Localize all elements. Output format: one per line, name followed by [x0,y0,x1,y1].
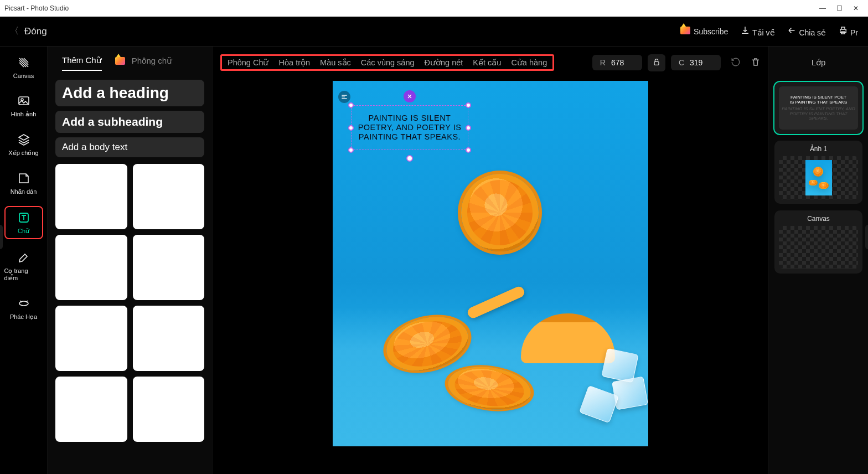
layer-image-1[interactable]: Ảnh 1 [774,141,862,204]
text-template[interactable] [55,164,127,229]
text-move-handle[interactable] [404,90,416,102]
rail-image[interactable]: Hình ảnh [4,90,43,121]
rail-canvas[interactable]: Canvas [4,52,43,83]
resize-handle-nw[interactable] [348,102,354,108]
brush-icon [17,250,31,265]
panel-collapse-handle[interactable] [865,225,868,249]
canvas-ice-cube [612,376,648,410]
app-topbar: 〈 Đóng Subscribe Tải về Chia sẻ Pr [0,17,868,47]
canvas-stage[interactable]: PAINTING IS SILENT POETRY, AND POETRY IS… [213,79,768,474]
text-template[interactable] [133,235,205,300]
resize-handle-e[interactable] [466,125,471,131]
svg-rect-6 [654,61,659,65]
layer-text[interactable]: PAINTING IS SILENT POET IS PAINTING THAT… [774,82,862,134]
canvas-text-content: PAINTING IS SILENT POETRY, AND POETRY IS… [358,114,462,141]
text-template[interactable] [55,377,127,442]
download-button[interactable]: Tải về [740,25,774,37]
print-button[interactable]: Pr [838,25,858,37]
rail-sticker[interactable]: Nhãn dán [4,168,43,198]
text-template[interactable] [133,377,205,442]
window-minimize-icon[interactable]: — [819,5,826,12]
download-icon [740,25,750,35]
tooltab-store[interactable]: Cửa hàng [511,58,547,67]
image-icon [17,94,31,108]
text-template[interactable] [55,235,127,300]
col-input[interactable]: C319 [671,55,721,70]
add-body-button[interactable]: Add a body text [55,137,204,157]
svg-rect-1 [841,27,845,29]
canvas-info-badge[interactable] [338,91,350,103]
rail-overlay[interactable]: Xếp chồng [4,129,43,160]
tooltab-highlights[interactable]: Các vùng sáng [361,58,415,67]
printer-icon [838,25,848,35]
crown-icon [680,27,690,34]
sketch-icon [17,296,31,311]
text-toolbar: Phông Chữ Hòa trộn Màu sắc Các vùng sáng… [213,47,768,79]
subscribe-button[interactable]: Subscribe [680,27,728,36]
canvas-icon [17,55,31,70]
sticker-icon [17,171,31,186]
layers-icon [17,132,31,147]
resize-handle-ne[interactable] [466,102,471,108]
text-toolbar-tabs: Phông Chữ Hòa trộn Màu sắc Các vùng sáng… [220,54,554,71]
share-icon [787,25,797,35]
layers-title: Lớp [769,47,868,79]
tooltab-blend[interactable]: Hòa trộn [279,58,311,67]
text-selection-box[interactable]: PAINTING IS SILENT POETRY, AND POETRY IS… [351,105,468,150]
tooltab-texture[interactable]: Kết cấu [473,58,501,67]
window-titlebar: Picsart - Photo Studio — ☐ ✕ [0,0,868,17]
tab-fonts[interactable]: Phông chữ [115,56,172,70]
window-title: Picsart - Photo Studio [4,4,69,12]
canvas-orange-slice [461,174,539,251]
editor-center: Phông Chữ Hòa trộn Màu sắc Các vùng sáng… [213,47,768,474]
resize-handle-sw[interactable] [348,147,354,153]
text-panel: Thêm Chữ Phông chữ Add a heading Add a s… [48,47,213,474]
add-subheading-button[interactable]: Add a subheading [55,111,204,133]
rail-text[interactable]: Chữ [4,206,43,239]
row-input[interactable]: R678 [592,55,642,70]
rail-sketch[interactable]: Phác Họa [4,293,43,324]
rail-brush[interactable]: Cọ trang điểm [4,247,43,285]
layer-canvas[interactable]: Canvas [774,210,862,274]
tab-add-text[interactable]: Thêm Chữ [62,55,102,71]
crown-icon [115,57,125,65]
resize-handle-se[interactable] [466,147,471,153]
tooltab-font[interactable]: Phông Chữ [228,58,269,67]
tool-rail: Canvas Hình ảnh Xếp chồng Nhãn dán Chữ C… [0,47,48,474]
text-template-grid [54,159,205,446]
share-button[interactable]: Chia sẻ [787,25,826,37]
delete-icon[interactable] [751,57,761,69]
canvas[interactable]: PAINTING IS SILENT POETRY, AND POETRY IS… [333,81,648,446]
layers-panel: Lớp PAINTING IS SILENT POET IS PAINTING … [768,47,868,474]
rotate-handle[interactable] [406,155,413,162]
window-maximize-icon[interactable]: ☐ [836,5,843,12]
text-template[interactable] [55,306,127,371]
resize-handle-w[interactable] [348,125,354,131]
layers-collapse-handle[interactable] [0,225,3,249]
tooltab-color[interactable]: Màu sắc [320,58,351,67]
tooltab-outline[interactable]: Đường nét [425,58,463,67]
reset-icon[interactable] [731,57,741,69]
text-icon [17,210,31,225]
add-heading-button[interactable]: Add a heading [55,80,204,106]
back-chevron-icon[interactable]: 〈 [10,25,19,37]
lock-toggle[interactable] [648,54,665,71]
window-close-icon[interactable]: ✕ [852,5,859,12]
close-button[interactable]: Đóng [24,26,47,37]
text-template[interactable] [133,306,205,371]
text-template[interactable] [133,164,205,229]
